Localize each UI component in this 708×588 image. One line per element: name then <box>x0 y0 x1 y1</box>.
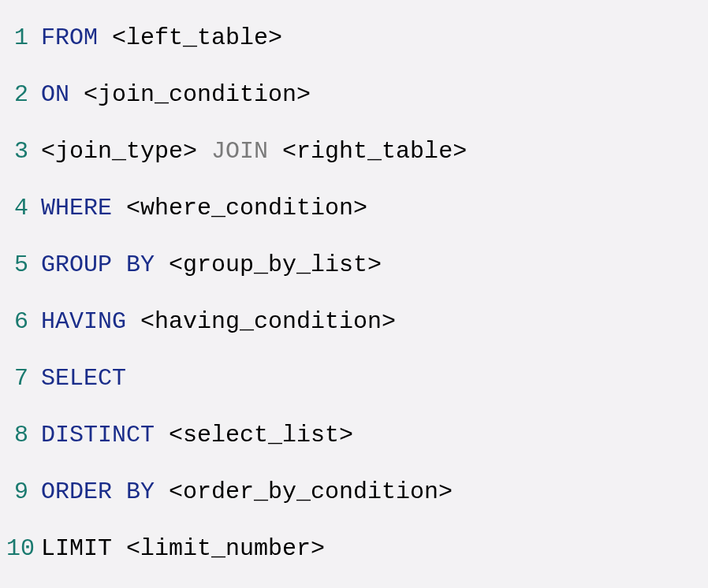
code-line: 3 <join_type> JOIN <right_table> <box>6 123 702 180</box>
placeholder-where-condition: <where_condition> <box>126 195 367 221</box>
code-line: 10 LIMIT <limit_number> <box>6 520 702 577</box>
code-line: 7 SELECT <box>6 350 702 407</box>
line-number: 1 <box>6 9 41 66</box>
keyword-by: BY <box>126 478 155 505</box>
placeholder-select-list: <select_list> <box>169 422 353 448</box>
placeholder-group-by-list: <group_by_list> <box>169 251 382 278</box>
line-number: 10 <box>6 520 41 577</box>
space <box>268 138 282 165</box>
placeholder-having-condition: <having_condition> <box>140 308 396 335</box>
space <box>155 478 169 505</box>
code-line: 8 DISTINCT <select_list> <box>6 407 702 463</box>
line-content: DISTINCT <select_list> <box>41 407 353 463</box>
placeholder-limit-number: <limit_number> <box>126 535 325 562</box>
line-content: FROM <left_table> <box>41 9 282 66</box>
space <box>112 478 126 505</box>
placeholder-right-table: <right_table> <box>282 138 467 165</box>
space <box>197 138 211 165</box>
code-block: 1 FROM <left_table> 2 ON <join_condition… <box>6 9 702 577</box>
line-number: 2 <box>6 66 41 123</box>
space <box>126 308 140 335</box>
placeholder-order-by-condition: <order_by_condition> <box>169 478 453 505</box>
line-number: 5 <box>6 236 41 293</box>
line-number: 6 <box>6 293 41 350</box>
placeholder-join-type: <join_type> <box>41 138 197 165</box>
keyword-where: WHERE <box>41 195 112 221</box>
line-number: 3 <box>6 123 41 180</box>
keyword-having: HAVING <box>41 308 126 335</box>
space <box>155 422 169 448</box>
keyword-on: ON <box>41 81 69 108</box>
line-content: <join_type> JOIN <right_table> <box>41 123 467 180</box>
line-content: ORDER BY <order_by_condition> <box>41 463 453 520</box>
space <box>112 535 126 562</box>
code-line: 1 FROM <left_table> <box>6 9 702 66</box>
space <box>112 251 126 278</box>
keyword-from: FROM <box>41 24 98 51</box>
space <box>112 195 126 221</box>
keyword-select: SELECT <box>41 365 126 392</box>
space <box>69 81 84 108</box>
keyword-limit: LIMIT <box>41 535 112 562</box>
line-number: 7 <box>6 350 41 407</box>
line-content: GROUP BY <group_by_list> <box>41 236 382 293</box>
line-number: 8 <box>6 407 41 463</box>
keyword-join: JOIN <box>211 138 268 165</box>
code-line: 4 WHERE <where_condition> <box>6 180 702 236</box>
line-content: LIMIT <limit_number> <box>41 520 325 577</box>
code-line: 9 ORDER BY <order_by_condition> <box>6 463 702 520</box>
keyword-order: ORDER <box>41 478 112 505</box>
line-content: SELECT <box>41 350 126 407</box>
keyword-group: GROUP <box>41 251 112 278</box>
code-line: 6 HAVING <having_condition> <box>6 293 702 350</box>
space <box>155 251 169 278</box>
line-number: 4 <box>6 180 41 236</box>
line-content: ON <join_condition> <box>41 66 311 123</box>
code-line: 2 ON <join_condition> <box>6 66 702 123</box>
line-number: 9 <box>6 463 41 520</box>
placeholder-join-condition: <join_condition> <box>84 81 311 108</box>
keyword-by: BY <box>126 251 155 278</box>
line-content: WHERE <where_condition> <box>41 180 367 236</box>
line-content: HAVING <having_condition> <box>41 293 396 350</box>
keyword-distinct: DISTINCT <box>41 422 155 448</box>
code-line: 5 GROUP BY <group_by_list> <box>6 236 702 293</box>
space <box>98 24 112 51</box>
placeholder-left-table: <left_table> <box>112 24 282 51</box>
